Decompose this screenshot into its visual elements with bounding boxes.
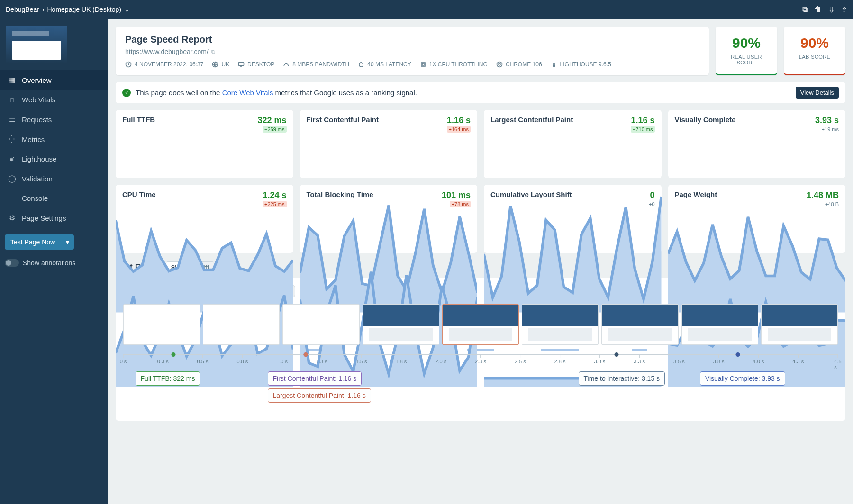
- topbar: DebugBear › Homepage UK (Desktop) ⌄ ⧉ 🗑 …: [0, 0, 853, 19]
- chrome-icon: [496, 61, 503, 68]
- svg-point-7: [499, 63, 500, 65]
- timeline-marker-label[interactable]: First Contentful Paint: 1.16 s: [268, 371, 362, 386]
- toggle-switch[interactable]: [5, 259, 19, 267]
- metric-name: Full TTFB: [122, 116, 155, 124]
- metric-delta: −259 ms: [257, 126, 286, 132]
- lab-score-value: 90%: [789, 35, 841, 51]
- timeline-frame[interactable]: [363, 304, 439, 345]
- metric-grid: Full TTFB 322 ms −259 ms First Contentfu…: [116, 110, 845, 253]
- report-meta: 4 NOVEMBER 2022, 06:37 UK DESKTOP 8 MBPS…: [125, 61, 699, 68]
- banner-text: This page does well on the Core Web Vita…: [136, 89, 417, 97]
- lab-score-label: LAB SCORE: [789, 54, 841, 60]
- test-page-label: Test Page Now: [5, 234, 61, 250]
- metric-card-visually-complete[interactable]: Visually Complete 3.93 s +19 ms: [668, 110, 846, 178]
- axis-tick: 0.8 s: [236, 355, 248, 364]
- metric-value: 1.16 s: [447, 116, 471, 126]
- sidebar-item-label: Validation: [22, 175, 53, 183]
- show-annotations-row[interactable]: Show annotations: [0, 256, 108, 270]
- axis-tick: 1.8 s: [396, 355, 407, 364]
- share-icon[interactable]: ⇪: [841, 5, 847, 14]
- sidebar-item-console[interactable]: Console: [0, 189, 108, 208]
- sidebar-item-page-settings[interactable]: ⚙Page Settings: [0, 208, 108, 228]
- breadcrumb[interactable]: DebugBear › Homepage UK (Desktop) ⌄: [6, 6, 130, 13]
- metric-delta: +19 ms: [815, 126, 839, 132]
- axis-tick: 1.0 s: [276, 355, 288, 364]
- timeline-marker-label[interactable]: Time to Interactive: 3.15 s: [579, 371, 665, 386]
- axis-tick: 2.0 s: [435, 355, 446, 364]
- svg-rect-5: [422, 63, 424, 65]
- axis-tick: 0.5 s: [197, 355, 209, 364]
- timeline-frame[interactable]: [442, 304, 519, 345]
- lighthouse-icon: [551, 61, 557, 68]
- real-user-score-card[interactable]: 90% REAL USER SCORE: [716, 27, 777, 75]
- page-thumbnail[interactable]: [6, 26, 67, 63]
- timeline-marker-labels: Full TTFB: 322 msFirst Contentful Paint:…: [123, 371, 838, 409]
- gear-icon: ⚙: [8, 214, 16, 222]
- metric-value: 3.93 s: [815, 116, 839, 126]
- real-user-score-value: 90%: [720, 35, 772, 51]
- metric-name: Largest Contentful Paint: [490, 116, 573, 124]
- metric-delta: −710 ms: [631, 126, 655, 132]
- open-external-icon[interactable]: ⧉: [802, 5, 808, 14]
- clock-icon: [125, 61, 132, 68]
- nav: ▦Overview⎍Web Vitals☰Requests⁛Metrics⛯Li…: [0, 70, 108, 228]
- timeline-frame[interactable]: [761, 304, 838, 345]
- lighthouse-icon: ⛯: [8, 155, 16, 163]
- desktop-icon: [238, 61, 245, 68]
- globe-icon: [212, 61, 218, 68]
- test-page-dropdown-icon[interactable]: ▾: [61, 234, 74, 250]
- trash-icon[interactable]: 🗑: [814, 5, 822, 14]
- axis-tick: 1.5 s: [356, 355, 367, 364]
- view-details-button[interactable]: View Details: [796, 87, 839, 99]
- sidebar-item-requests[interactable]: ☰Requests: [0, 109, 108, 129]
- timeline-frame[interactable]: [681, 304, 758, 345]
- test-page-button[interactable]: Test Page Now ▾: [5, 234, 74, 250]
- latency-icon: [358, 61, 364, 68]
- main: Page Speed Report https://www.debugbear.…: [108, 19, 853, 504]
- check-icon: ◯: [8, 174, 16, 183]
- topbar-actions: ⧉ 🗑 ⇩ ⇪: [802, 5, 847, 14]
- sidebar-item-validation[interactable]: ◯Validation: [0, 169, 108, 189]
- report-header-card: Page Speed Report https://www.debugbear.…: [116, 27, 709, 75]
- dots-icon: ⁛: [8, 135, 16, 144]
- show-annotations-label: Show annotations: [23, 259, 75, 267]
- sidebar-item-web-vitals[interactable]: ⎍Web Vitals: [0, 90, 108, 109]
- svg-point-6: [497, 62, 502, 67]
- timeline-frame[interactable]: [282, 304, 359, 345]
- breadcrumb-page[interactable]: Homepage UK (Desktop): [47, 6, 121, 13]
- sidebar-item-label: Metrics: [22, 135, 45, 144]
- timeline-marker-label[interactable]: Largest Contentful Paint: 1.16 s: [268, 388, 371, 403]
- report-url[interactable]: https://www.debugbear.com/ ⧉: [125, 48, 699, 55]
- timeline-frame[interactable]: [203, 304, 280, 345]
- grid-icon: ▦: [8, 76, 16, 84]
- timeline-marker-dot: [171, 352, 175, 357]
- axis-tick: 3.8 s: [713, 355, 725, 364]
- timeline-frame[interactable]: [601, 304, 678, 345]
- axis-tick: 3.3 s: [634, 355, 645, 364]
- metric-card-largest-contentful-paint[interactable]: Largest Contentful Paint 1.16 s −710 ms: [484, 110, 662, 178]
- sidebar-item-overview[interactable]: ▦Overview: [0, 70, 108, 90]
- timeline-marker-dot: [614, 352, 618, 357]
- axis-tick: 2.5 s: [515, 355, 526, 364]
- breadcrumb-root[interactable]: DebugBear: [6, 6, 39, 13]
- metric-name: First Contentful Paint: [307, 116, 379, 124]
- metric-card-full-ttfb[interactable]: Full TTFB 322 ms −259 ms: [116, 110, 293, 178]
- download-icon[interactable]: ⇩: [828, 5, 835, 14]
- timeline-marker-label[interactable]: Full TTFB: 322 ms: [136, 371, 200, 386]
- core-web-vitals-link[interactable]: Core Web Vitals: [222, 89, 273, 97]
- real-user-score-label: REAL USER SCORE: [720, 54, 772, 65]
- timeline-frame[interactable]: [123, 304, 200, 345]
- sidebar-item-label: Console: [22, 194, 48, 202]
- lab-score-card[interactable]: 90% LAB SCORE: [784, 27, 845, 75]
- timeline-marker-dot: [303, 352, 308, 357]
- metric-value: 322 ms: [257, 116, 286, 126]
- metric-card-first-contentful-paint[interactable]: First Contentful Paint 1.16 s +164 ms: [300, 110, 478, 178]
- sidebar-item-metrics[interactable]: ⁛Metrics: [0, 129, 108, 149]
- sidebar-item-lighthouse[interactable]: ⛯Lighthouse: [0, 149, 108, 169]
- timeline-frame[interactable]: [522, 304, 599, 345]
- metric-value: 1.16 s: [631, 116, 655, 126]
- chevron-down-icon[interactable]: ⌄: [124, 6, 130, 13]
- timeline-marker-label[interactable]: Visually Complete: 3.93 s: [700, 371, 785, 386]
- external-link-icon[interactable]: ⧉: [211, 49, 215, 55]
- metric-delta: +164 ms: [447, 126, 471, 132]
